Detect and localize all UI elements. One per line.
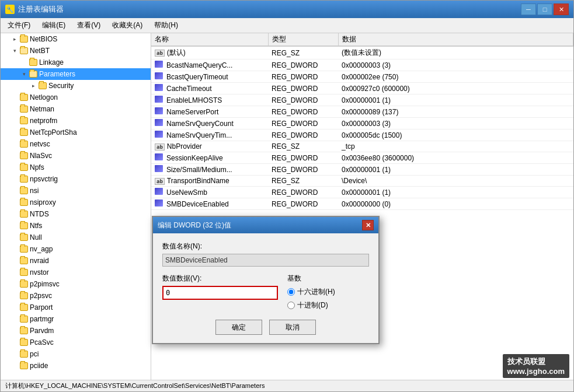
tree-panel[interactable]: ▸NetBIOS▾NetBTLinkage▾Parameters▸Securit…	[1, 33, 151, 380]
folder-icon	[19, 163, 29, 172]
folder-icon	[19, 268, 29, 276]
expand-icon[interactable]: ▾	[19, 71, 29, 77]
tree-node-netprofm[interactable]: netprofm	[1, 115, 151, 127]
tree-node-security[interactable]: ▸Security	[1, 80, 151, 92]
reg-dword-icon	[155, 119, 164, 126]
value-name-cell: NameServerPort	[151, 106, 268, 118]
tree-node-nlasvc[interactable]: NlaSvc	[1, 150, 151, 162]
tree-node-p2psvc[interactable]: p2psvc	[1, 290, 151, 302]
edit-dword-dialog: 编辑 DWORD (32 位)值 ✕ 数值名称(N): 数值数据(V): 基数 …	[152, 216, 380, 344]
table-row[interactable]: NameSrvQueryTim...REG_DWORD0x000005dc (1…	[151, 130, 573, 141]
folder-icon	[19, 280, 29, 288]
watermark-brand: 技术员联盟	[507, 357, 545, 366]
tree-node-parameters[interactable]: ▾Parameters	[1, 68, 151, 80]
table-row[interactable]: BcastNameQueryC...REG_DWORD0x00000003 (3…	[151, 60, 573, 71]
tree-node-ntfs[interactable]: Ntfs	[1, 220, 151, 232]
table-row[interactable]: abTransportBindNameREG_SZ\Device\	[151, 176, 573, 187]
table-row[interactable]: Size/Small/Medium...REG_DWORD0x00000001 …	[151, 164, 573, 176]
tree-node-npsvctrig[interactable]: npsvctrig	[1, 173, 151, 185]
value-type-cell: REG_DWORD	[268, 71, 338, 83]
expand-icon[interactable]: ▸	[10, 36, 19, 42]
radio-hex-label[interactable]: 十六进制(H)	[287, 287, 369, 297]
tree-label: nvraid	[30, 257, 148, 265]
tree-node-nv_agp[interactable]: nv_agp	[1, 243, 151, 255]
tree-node-pcasvc[interactable]: PcaSvc	[1, 337, 151, 348]
value-name-cell: EnableLMHOSTS	[151, 94, 268, 106]
tree-node-nettcpportsha[interactable]: NetTcpPortSha	[1, 127, 151, 138]
table-row[interactable]: CacheTimeoutREG_DWORD0x000927c0 (600000)	[151, 83, 573, 94]
tree-node-nsiproxy[interactable]: nsiproxy	[1, 197, 151, 208]
tree-label: nv_agp	[30, 245, 148, 253]
tree-node-linkage[interactable]: Linkage	[1, 57, 151, 68]
tree-node-pci[interactable]: pci	[1, 348, 151, 360]
reg-dword-icon	[155, 72, 164, 79]
tree-node-netbios[interactable]: ▸NetBIOS	[1, 33, 151, 45]
tree-label: Npfs	[30, 163, 148, 172]
expand-icon[interactable]: ▸	[29, 83, 38, 89]
value-data-cell: 0x00000003 (3)	[338, 118, 573, 130]
folder-icon	[19, 233, 29, 242]
radio-hex[interactable]	[287, 288, 295, 296]
close-button[interactable]: ✕	[554, 4, 569, 15]
folder-icon	[19, 338, 29, 346]
menu-favorites[interactable]: 收藏夹(A)	[107, 19, 147, 32]
tree-node-nsi[interactable]: nsi	[1, 185, 151, 197]
tree-node-netlogon[interactable]: Netlogon	[1, 92, 151, 103]
value-type-cell: REG_DWORD	[268, 198, 338, 210]
menu-edit[interactable]: 编辑(E)	[37, 19, 70, 32]
table-row[interactable]: abNbProviderREG_SZ_tcp	[151, 141, 573, 152]
table-row[interactable]: NameSrvQueryCountREG_DWORD0x00000003 (3)	[151, 118, 573, 130]
value-data-cell: \Device\	[338, 176, 573, 187]
menu-view[interactable]: 查看(V)	[72, 19, 105, 32]
menu-bar: 文件(F) 编辑(E) 查看(V) 收藏夹(A) 帮助(H)	[1, 18, 573, 33]
tree-node-parvdm[interactable]: Parvdm	[1, 325, 151, 337]
tree-label: nvstor	[30, 268, 148, 276]
table-row[interactable]: NameServerPortREG_DWORD0x00000089 (137)	[151, 106, 573, 118]
tree-node-ntds[interactable]: NTDS	[1, 208, 151, 220]
tree-label: Null	[30, 233, 148, 242]
name-input[interactable]	[162, 254, 369, 267]
maximize-button[interactable]: □	[537, 4, 552, 15]
tree-label: npsvctrig	[30, 175, 148, 183]
tree-node-nvstor[interactable]: nvstor	[1, 267, 151, 278]
tree-node-nvraid[interactable]: nvraid	[1, 255, 151, 267]
reg-sz-icon: ab	[155, 144, 165, 150]
tree-node-netman[interactable]: Netman	[1, 103, 151, 115]
table-row[interactable]: EnableLMHOSTSREG_DWORD0x00000001 (1)	[151, 94, 573, 106]
value-type-cell: REG_DWORD	[268, 106, 338, 118]
tree-node-partmgr[interactable]: partmgr	[1, 313, 151, 325]
menu-help[interactable]: 帮助(H)	[149, 19, 183, 32]
tree-node-netvsc[interactable]: netvsc	[1, 138, 151, 150]
table-row[interactable]: ab(默认)REG_SZ(数值未设置)	[151, 46, 573, 60]
tree-label: netprofm	[30, 117, 148, 125]
data-input[interactable]	[162, 286, 278, 300]
table-row[interactable]: SMBDeviceEnabledREG_DWORD0x00000000 (0)	[151, 198, 573, 210]
table-row[interactable]: UseNewSmbREG_DWORD0x00000001 (1)	[151, 187, 573, 198]
tree-node-p2pimsvc[interactable]: p2pimsvc	[1, 278, 151, 290]
cancel-button[interactable]: 取消	[269, 320, 316, 335]
expand-icon[interactable]: ▾	[10, 48, 19, 54]
value-data-cell: 0x00000089 (137)	[338, 106, 573, 118]
value-data-cell: (数值未设置)	[338, 46, 573, 60]
menu-file[interactable]: 文件(F)	[3, 19, 35, 32]
dialog-close-button[interactable]: ✕	[362, 220, 374, 230]
tree-node-null[interactable]: Null	[1, 232, 151, 243]
folder-icon	[29, 70, 38, 78]
table-row[interactable]: BcastQueryTimeoutREG_DWORD0x000002ee (75…	[151, 71, 573, 83]
watermark-site: www.jsgho.com	[507, 367, 565, 376]
folder-icon	[19, 362, 29, 370]
reg-dword-icon	[155, 188, 164, 195]
tree-node-npfs[interactable]: Npfs	[1, 162, 151, 173]
dialog-body: 数值名称(N): 数值数据(V): 基数 十六进制(H) 十进制(D)	[153, 233, 378, 343]
radio-dec[interactable]	[287, 302, 295, 309]
minimize-button[interactable]: ─	[521, 4, 536, 15]
folder-icon	[19, 128, 29, 136]
value-type-cell: REG_DWORD	[268, 152, 338, 164]
tree-node-netbt[interactable]: ▾NetBT	[1, 45, 151, 57]
radio-dec-label[interactable]: 十进制(D)	[287, 300, 369, 310]
table-row[interactable]: SessionKeepAliveREG_DWORD0x0036ee80 (360…	[151, 152, 573, 164]
tree-node-parport[interactable]: Parport	[1, 302, 151, 313]
tree-label: Netlogon	[30, 93, 148, 102]
tree-node-pciide[interactable]: pciide	[1, 360, 151, 372]
ok-button[interactable]: 确定	[215, 320, 262, 335]
